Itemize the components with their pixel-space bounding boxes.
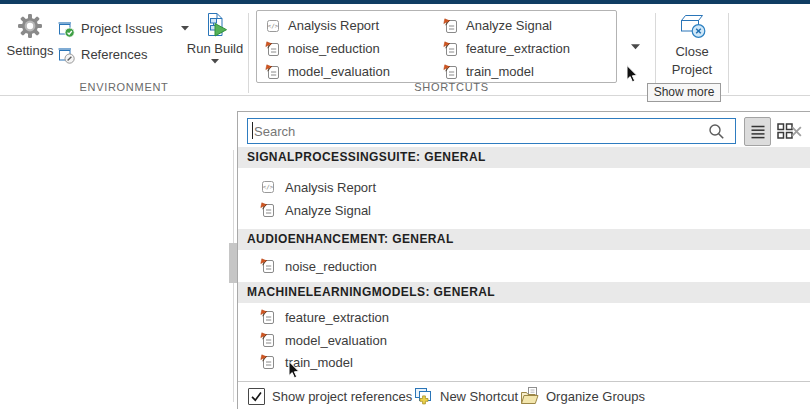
gallery-item-label: train_model xyxy=(466,64,534,79)
new-shortcut-button[interactable]: New Shortcut xyxy=(413,382,518,409)
gear-icon xyxy=(16,12,44,40)
report-icon xyxy=(260,179,276,195)
list-item-train-model[interactable]: train_model xyxy=(260,351,353,373)
gallery-item-noise-reduction[interactable]: noise_reduction xyxy=(265,38,380,59)
section-divider xyxy=(728,13,729,93)
list-item-analysis-report[interactable]: Analysis Report xyxy=(260,176,376,198)
close-project-label-line2: Project xyxy=(672,62,712,77)
list-item-label: Analysis Report xyxy=(285,180,376,195)
close-project-icon xyxy=(677,11,707,41)
checkbox-label: Show project references xyxy=(272,389,412,404)
list-item-label: feature_extraction xyxy=(285,310,389,325)
shortcut-icon xyxy=(443,41,459,57)
gallery-item-label: Analyze Signal xyxy=(466,18,552,33)
close-icon xyxy=(790,125,803,138)
organize-groups-label: Organize Groups xyxy=(546,389,645,404)
shortcut-icon xyxy=(265,41,281,57)
gallery-item-label: Analysis Report xyxy=(288,18,379,33)
references-icon xyxy=(56,45,75,64)
section-divider xyxy=(655,13,656,93)
screen: Settings Project Issues References Run B… xyxy=(0,0,810,409)
list-item-analyze-signal[interactable]: Analyze Signal xyxy=(260,199,371,221)
shortcuts-section-label: SHORTCUTS xyxy=(248,81,655,93)
run-build-icon xyxy=(202,12,228,38)
gallery-item-analyze-signal[interactable]: Analyze Signal xyxy=(443,15,552,36)
show-more-tooltip: Show more xyxy=(647,83,721,102)
shortcuts-gallery: Analysis Report noise_reduction model_ev… xyxy=(256,10,617,83)
list-view-icon xyxy=(748,122,768,142)
project-issues-label: Project Issues xyxy=(81,21,163,36)
settings-button[interactable]: Settings xyxy=(6,12,54,58)
mouse-cursor xyxy=(626,65,638,83)
new-shortcut-label: New Shortcut xyxy=(440,389,518,404)
mouse-cursor xyxy=(288,361,300,379)
gallery-item-label: feature_extraction xyxy=(466,41,570,56)
shortcuts-popup: SIGNALPROCESSINGSUITE: GENERAL Analysis … xyxy=(237,111,810,409)
shortcut-icon xyxy=(260,354,276,370)
shortcut-icon xyxy=(260,258,276,274)
references-button[interactable]: References xyxy=(56,43,147,65)
gallery-item-feature-extraction[interactable]: feature_extraction xyxy=(443,38,570,59)
list-item-feature-extraction[interactable]: feature_extraction xyxy=(260,306,389,328)
checkbox[interactable] xyxy=(248,388,265,405)
list-item-label: noise_reduction xyxy=(285,259,377,274)
organize-groups-button[interactable]: Organize Groups xyxy=(519,382,645,409)
text-caret xyxy=(252,122,253,139)
gallery-item-label: noise_reduction xyxy=(288,41,380,56)
gallery-item-analysis-report[interactable]: Analysis Report xyxy=(265,15,379,36)
chevron-down-icon xyxy=(631,44,640,50)
project-issues-icon xyxy=(56,19,75,38)
popup-close-button[interactable] xyxy=(788,123,804,139)
gallery-item-train-model[interactable]: train_model xyxy=(443,61,534,82)
list-item-model-evaluation[interactable]: model_evaluation xyxy=(260,329,387,351)
gallery-item-model-evaluation[interactable]: model_evaluation xyxy=(265,61,390,82)
list-view-button[interactable] xyxy=(744,117,771,146)
shortcut-icon xyxy=(260,309,276,325)
run-build-button[interactable]: Run Build xyxy=(186,12,244,64)
group-header: SIGNALPROCESSINGSUITE: GENERAL xyxy=(238,147,810,168)
shortcut-icon xyxy=(443,18,459,34)
close-project-label-line1: Close xyxy=(675,44,708,59)
organize-groups-icon xyxy=(519,386,539,406)
shortcut-icon xyxy=(265,64,281,80)
chevron-down-icon[interactable] xyxy=(211,59,219,64)
gallery-item-label: model_evaluation xyxy=(288,64,390,79)
show-project-references-checkbox[interactable]: Show project references xyxy=(248,382,412,409)
group-header: MACHINELEARNINGMODELS: GENERAL xyxy=(238,282,810,303)
close-project-button[interactable]: Close Project xyxy=(657,11,727,77)
list-item-label: model_evaluation xyxy=(285,333,387,348)
shortcut-icon xyxy=(260,202,276,218)
search-icon xyxy=(708,123,725,140)
new-shortcut-icon xyxy=(413,386,433,406)
search-input[interactable] xyxy=(247,118,736,144)
project-issues-button[interactable]: Project Issues xyxy=(56,17,189,39)
shortcut-icon xyxy=(443,64,459,80)
group-header: AUDIOENHANCEMENT: GENERAL xyxy=(238,229,810,250)
shortcut-icon xyxy=(260,332,276,348)
run-build-label: Run Build xyxy=(187,41,243,56)
report-icon xyxy=(265,18,281,34)
list-item-noise-reduction[interactable]: noise_reduction xyxy=(260,255,377,277)
environment-section-label: ENVIRONMENT xyxy=(0,81,248,93)
popup-scrollbar-thumb[interactable] xyxy=(229,243,237,283)
settings-label: Settings xyxy=(7,43,54,58)
references-label: References xyxy=(81,47,147,62)
check-icon xyxy=(250,390,263,403)
list-item-label: Analyze Signal xyxy=(285,203,371,218)
